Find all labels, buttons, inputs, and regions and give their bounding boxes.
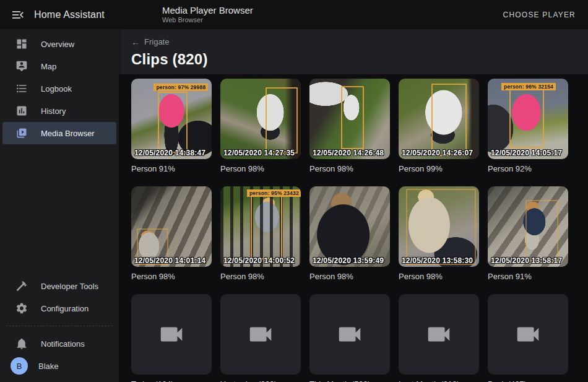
clip-thumbnail[interactable]: person: 95% 23432 12/05/2020 14:00:52 — [220, 186, 301, 267]
clip-item[interactable]: 12/05/2020 13:59:49 Person 98% — [309, 186, 390, 281]
clip-thumbnail[interactable]: person: 97% 29988 12/05/2020 14:38:47 — [131, 79, 212, 159]
clip-thumbnail[interactable]: 12/05/2020 14:27:35 — [220, 79, 301, 159]
panel-title: Media Player Browser — [162, 5, 253, 15]
gear-icon — [15, 302, 28, 315]
chart-box-icon — [15, 105, 28, 117]
folder-item-yesterday[interactable]: Yesterday (209) — [220, 294, 301, 382]
clip-timestamp: 12/05/2020 14:00:52 — [223, 256, 295, 265]
clip-timestamp: 12/05/2020 14:26:48 — [313, 149, 384, 157]
panel-title-block: Media Player Browser Web Browser — [162, 5, 253, 24]
clip-thumbnail[interactable]: 12/05/2020 14:26:48 — [309, 79, 390, 159]
clips-grid: person: 97% 29988 12/05/2020 14:38:47 Pe… — [119, 74, 588, 382]
video-camera-icon — [335, 320, 364, 349]
sidebar-item-label: Media Browser — [41, 129, 95, 138]
topbar-left: Home Assistant — [0, 7, 119, 22]
sidebar-item-logbook[interactable]: Logbook — [2, 77, 116, 100]
clip-timestamp: 12/05/2020 13:59:49 — [313, 256, 384, 265]
clip-thumbnail[interactable]: 12/05/2020 13:58:30 — [399, 186, 479, 267]
main-content: ← Frigate Clips (820) person: 97% 29988 … — [119, 29, 588, 382]
folder-label: Yesterday (209) — [220, 380, 301, 382]
clip-thumbnail[interactable]: 12/05/2020 14:26:07 — [399, 79, 479, 159]
folder-label: Today (164) — [131, 380, 212, 382]
sidebar-item-configuration[interactable]: Configuration — [2, 297, 116, 319]
folder-item-last-month[interactable]: Last Month (318) — [399, 294, 479, 382]
list-bulleted-icon — [15, 82, 28, 95]
sidebar-item-label: History — [41, 106, 66, 116]
top-app-bar: Home Assistant Media Player Browser Web … — [0, 0, 588, 29]
folder-label: Back (427) — [488, 380, 568, 382]
sidebar-item-label: Notifications — [41, 339, 85, 349]
clip-item[interactable]: 12/05/2020 13:58:30 Person 98% — [399, 186, 479, 281]
clip-caption: Person 91% — [131, 164, 212, 173]
video-camera-icon — [425, 320, 453, 349]
detection-bbox — [341, 86, 365, 150]
clip-item[interactable]: 12/05/2020 13:58:17 Person 91% — [488, 186, 568, 281]
folder-item-today[interactable]: Today (164) — [131, 294, 212, 382]
folder-card[interactable] — [488, 294, 568, 375]
sidebar-item-notifications[interactable]: Notifications — [2, 332, 116, 355]
detection-bbox — [266, 87, 298, 154]
clip-thumbnail[interactable]: 12/05/2020 14:01:14 — [131, 186, 212, 267]
folder-item-back[interactable]: Back (427) — [488, 294, 568, 382]
clip-timestamp: 12/05/2020 13:58:30 — [402, 256, 473, 265]
menu-open-icon[interactable] — [11, 7, 25, 22]
clip-item[interactable]: person: 95% 23432 12/05/2020 14:00:52 Pe… — [220, 186, 301, 281]
clip-thumbnail[interactable]: 12/05/2020 13:59:49 — [309, 186, 390, 267]
sidebar-item-label: Developer Tools — [41, 282, 98, 291]
clip-item[interactable]: person: 96% 32154 12/05/2020 14:05:17 Pe… — [488, 79, 568, 173]
sidebar-item-label: Blake — [38, 362, 59, 371]
sidebar-item-overview[interactable]: Overview — [2, 33, 116, 55]
detection-bbox — [158, 92, 188, 153]
sidebar-item-label: Map — [41, 62, 56, 71]
sidebar-divider — [6, 326, 113, 326]
folder-card[interactable] — [220, 294, 301, 375]
clip-item[interactable]: 12/05/2020 14:26:07 Person 99% — [399, 79, 479, 173]
video-camera-icon — [246, 320, 275, 349]
sidebar-item-developer-tools[interactable]: Developer Tools — [2, 275, 116, 297]
sidebar-item-map[interactable]: Map — [2, 55, 116, 77]
media-browser-header: ← Frigate Clips (820) — [119, 29, 588, 74]
sidebar-item-history[interactable]: History — [2, 100, 116, 122]
clip-caption: Person 99% — [399, 164, 479, 173]
sidebar-item-media-browser[interactable]: Media Browser — [2, 122, 116, 144]
detection-label: person: 97% 29988 — [153, 84, 208, 91]
sidebar-item-label: Logbook — [41, 84, 72, 93]
clip-thumbnail[interactable]: person: 96% 32154 12/05/2020 14:05:17 — [488, 79, 568, 159]
tooltip-account-icon — [15, 60, 28, 72]
sidebar: Overview Map Logbook History Media Brows — [0, 29, 119, 382]
sidebar-item-profile[interactable]: B Blake — [2, 355, 116, 377]
sidebar-item-label: Overview — [41, 40, 74, 49]
clip-item[interactable]: 12/05/2020 14:26:48 Person 98% — [309, 79, 390, 173]
folder-card[interactable] — [131, 294, 212, 375]
folder-card[interactable] — [309, 294, 390, 375]
app-title: Home Assistant — [34, 9, 105, 20]
clip-caption: Person 98% — [131, 272, 212, 281]
detection-bbox — [406, 189, 476, 266]
panel-subtitle: Web Browser — [162, 16, 253, 24]
page-title: Clips (820) — [131, 51, 588, 68]
clip-item[interactable]: person: 97% 29988 12/05/2020 14:38:47 Pe… — [131, 79, 212, 173]
clip-caption: Person 98% — [309, 272, 390, 281]
folder-item-this-month[interactable]: This Month (502) — [309, 294, 390, 382]
detection-label: person: 96% 32154 — [501, 83, 556, 90]
detection-label: person: 95% 23432 — [247, 189, 301, 197]
clip-timestamp: 12/05/2020 14:27:35 — [223, 149, 295, 157]
clip-timestamp: 12/05/2020 14:38:47 — [134, 149, 205, 157]
detection-bbox — [251, 194, 282, 260]
clip-thumbnail[interactable]: 12/05/2020 13:58:17 — [488, 186, 568, 267]
clip-caption: Person 98% — [220, 164, 301, 173]
folder-label: This Month (502) — [309, 380, 390, 382]
app-window: Home Assistant Media Player Browser Web … — [0, 0, 588, 382]
folder-card[interactable] — [399, 294, 479, 375]
video-camera-icon — [514, 320, 542, 349]
clip-caption: Person 91% — [488, 272, 568, 281]
view-dashboard-icon — [15, 38, 28, 50]
clip-timestamp: 12/05/2020 14:05:17 — [491, 149, 562, 157]
bell-icon — [15, 337, 28, 350]
clip-caption: Person 98% — [309, 164, 390, 173]
choose-player-button[interactable]: CHOOSE PLAYER — [493, 6, 586, 24]
clip-item[interactable]: 12/05/2020 14:27:35 Person 98% — [220, 79, 301, 173]
detection-bbox — [525, 200, 558, 261]
clip-item[interactable]: 12/05/2020 14:01:14 Person 98% — [131, 186, 212, 281]
back-to-frigate-link[interactable]: ← Frigate — [131, 37, 169, 46]
